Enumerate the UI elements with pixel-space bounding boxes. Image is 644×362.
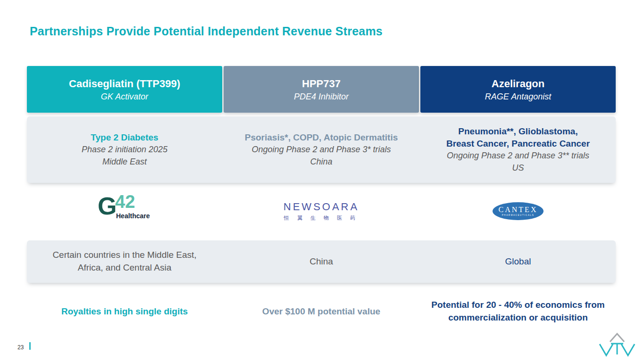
indication-heading: Type 2 Diabetes bbox=[91, 132, 158, 144]
indication-detail-line: China bbox=[251, 156, 391, 168]
indication-detail: Ongoing Phase 2 and Phase 3* trials Chin… bbox=[251, 144, 391, 168]
indication-detail-line: Ongoing Phase 2 and Phase 3** trials bbox=[447, 150, 589, 162]
header-title: Azeliragon bbox=[492, 76, 544, 91]
g42-number: 42 bbox=[115, 193, 135, 211]
value-text: Potential for 20 - 40% of economics from… bbox=[420, 299, 616, 324]
header-cadisegliatin: Cadisegliatin (TTP399) GK Activator bbox=[27, 66, 222, 113]
indication-heading: Psoriasis*, COPD, Atopic Dermatitis bbox=[245, 132, 398, 144]
territory-cadisegliatin: Certain countries in the Middle East, Af… bbox=[27, 240, 222, 283]
newsoara-chinese-label: 恒 翼 生 物 医 药 bbox=[284, 214, 359, 222]
indication-row: Type 2 Diabetes Phase 2 initiation 2025 … bbox=[27, 116, 616, 183]
territory-text: Global bbox=[492, 255, 544, 268]
value-text: Over $100 M potential value bbox=[259, 305, 384, 318]
page-number: 23 bbox=[17, 344, 24, 351]
value-hpp737: Over $100 M potential value bbox=[224, 291, 419, 332]
cantex-pharmaceuticals-label: PHARMACEUTICALS bbox=[502, 214, 535, 217]
header-azeliragon: Azeliragon RAGE Antagonist bbox=[420, 66, 616, 113]
value-azeliragon: Potential for 20 - 40% of economics from… bbox=[420, 291, 616, 332]
g42-letter: G bbox=[98, 194, 116, 218]
indication-detail-line: Middle East bbox=[82, 156, 167, 168]
value-text: Royalties in high single digits bbox=[58, 305, 192, 318]
cantex-wordmark: CANTEX bbox=[499, 206, 538, 214]
indication-heading-line: Breast Cancer, Pancreatic Cancer bbox=[446, 138, 590, 150]
territory-row: Certain countries in the Middle East, Af… bbox=[27, 240, 616, 283]
indication-detail-line: Ongoing Phase 2 and Phase 3* trials bbox=[251, 144, 391, 156]
indication-detail-line: US bbox=[447, 162, 589, 174]
vtv-therapeutics-logo bbox=[595, 331, 639, 358]
table-header-row: Cadisegliatin (TTP399) GK Activator HPP7… bbox=[27, 66, 616, 113]
value-row: Royalties in high single digits Over $10… bbox=[27, 291, 616, 332]
header-title: HPP737 bbox=[302, 76, 341, 91]
header-subtitle: RAGE Antagonist bbox=[485, 91, 551, 102]
partner-logo-row: G 42 Healthcare NEWSOARA 恒 翼 生 物 医 药 CAN… bbox=[27, 185, 616, 237]
g42-healthcare-logo: G 42 Healthcare bbox=[89, 197, 160, 226]
partner-cell-g42: G 42 Healthcare bbox=[27, 185, 222, 237]
partner-cell-newsoara: NEWSOARA 恒 翼 生 物 医 药 bbox=[224, 185, 419, 237]
indication-detail: Phase 2 initiation 2025 Middle East bbox=[82, 144, 167, 168]
indication-detail: Ongoing Phase 2 and Phase 3** trials US bbox=[447, 150, 589, 174]
header-subtitle: PDE4 Inhibitor bbox=[294, 91, 349, 102]
indication-hpp737: Psoriasis*, COPD, Atopic Dermatitis Ongo… bbox=[224, 116, 419, 183]
slide: Partnerships Provide Potential Independe… bbox=[0, 0, 644, 362]
header-title: Cadisegliatin (TTP399) bbox=[69, 76, 180, 91]
territory-hpp737: China bbox=[224, 240, 419, 283]
indication-heading-line: Pneumonia**, Glioblastoma, bbox=[446, 125, 590, 138]
newsoara-wordmark: NEWSOARA bbox=[284, 201, 359, 213]
header-hpp737: HPP737 PDE4 Inhibitor bbox=[224, 66, 419, 113]
page-number-divider bbox=[29, 342, 31, 350]
newsoara-logo: NEWSOARA 恒 翼 生 物 医 药 bbox=[284, 201, 359, 222]
slide-title: Partnerships Provide Potential Independe… bbox=[30, 25, 549, 38]
partner-cell-cantex: CANTEX PHARMACEUTICALS bbox=[420, 185, 616, 237]
header-subtitle: GK Activator bbox=[101, 91, 148, 102]
value-cadisegliatin: Royalties in high single digits bbox=[27, 291, 222, 332]
indication-azeliragon: Pneumonia**, Glioblastoma, Breast Cancer… bbox=[420, 116, 616, 183]
cantex-logo: CANTEX PHARMACEUTICALS bbox=[493, 202, 544, 220]
indication-detail-line: Phase 2 initiation 2025 bbox=[82, 144, 167, 156]
territory-text: Certain countries in the Middle East, Af… bbox=[27, 249, 222, 274]
territory-azeliragon: Global bbox=[420, 240, 616, 283]
territory-text: China bbox=[296, 255, 346, 268]
indication-cadisegliatin: Type 2 Diabetes Phase 2 initiation 2025 … bbox=[27, 116, 222, 183]
g42-healthcare-label: Healthcare bbox=[116, 212, 150, 220]
indication-heading: Pneumonia**, Glioblastoma, Breast Cancer… bbox=[446, 125, 590, 150]
